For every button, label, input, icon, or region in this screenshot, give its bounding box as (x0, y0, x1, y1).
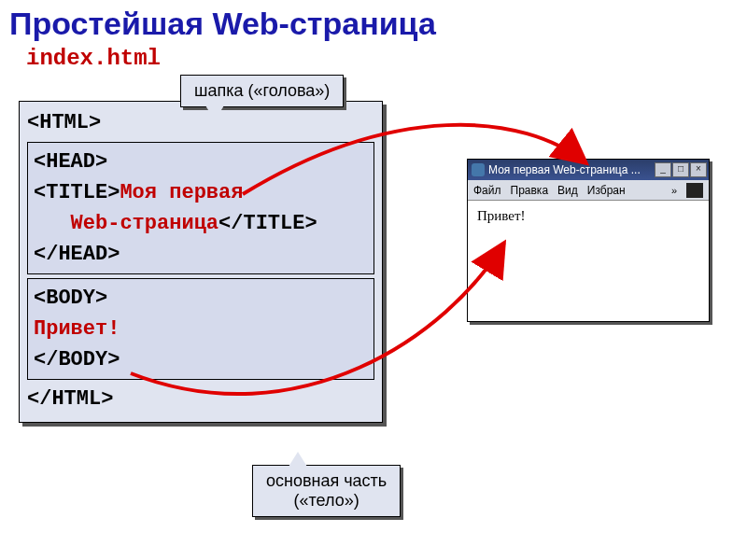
title-text-2: Web-страница (71, 212, 218, 235)
filename-label: index.html (26, 46, 747, 71)
slide-heading: Простейшая Web-страница (9, 6, 747, 42)
browser-content: Привет! (468, 201, 709, 231)
head-close-tag: </HEAD> (34, 243, 120, 266)
body-open-tag: <BODY> (34, 287, 107, 310)
body-close-tag: </BODY> (34, 348, 120, 371)
code-block: <HTML> <HEAD> <TITLE>Моя первая Web-стра… (19, 101, 383, 423)
head-section-box: <HEAD> <TITLE>Моя первая Web-страница</T… (27, 142, 374, 274)
browser-logo-icon (686, 183, 703, 198)
head-open-tag: <HEAD> (34, 150, 107, 174)
callout-head: шапка («голова») (180, 75, 344, 107)
minimize-button[interactable]: _ (655, 162, 671, 177)
menu-file[interactable]: Файл (473, 184, 501, 197)
browser-window: Моя первая Web-страница ... _ □ × Файл П… (467, 159, 710, 322)
callout-head-text: шапка («голова») (194, 81, 330, 100)
title-open-tag: <TITLE> (34, 181, 120, 204)
page-body-text: Привет! (477, 208, 526, 223)
maximize-button[interactable]: □ (672, 162, 689, 177)
menu-view[interactable]: Вид (557, 184, 578, 197)
title-close-tag: </TITLE> (218, 212, 317, 235)
html-open-tag: <HTML> (27, 111, 101, 134)
body-text: Привет! (34, 317, 120, 341)
callout-body-line2: («тело») (266, 491, 387, 511)
menu-favorites[interactable]: Избран (587, 184, 626, 197)
browser-menubar: Файл Правка Вид Избран » (468, 180, 709, 201)
chevron-icon[interactable]: » (671, 185, 677, 196)
browser-titlebar: Моя первая Web-страница ... _ □ × (468, 160, 709, 180)
close-button[interactable]: × (690, 162, 707, 177)
ie-icon (472, 163, 485, 176)
callout-body: основная часть («тело») (252, 465, 401, 517)
menu-edit[interactable]: Правка (511, 184, 549, 197)
browser-title-text: Моя первая Web-страница ... (488, 163, 655, 176)
callout-body-line1: основная часть (266, 471, 387, 491)
html-close-tag: </HTML> (27, 387, 113, 411)
title-text-1: Моя первая (120, 181, 243, 204)
body-section-box: <BODY> Привет! </BODY> (27, 278, 374, 380)
